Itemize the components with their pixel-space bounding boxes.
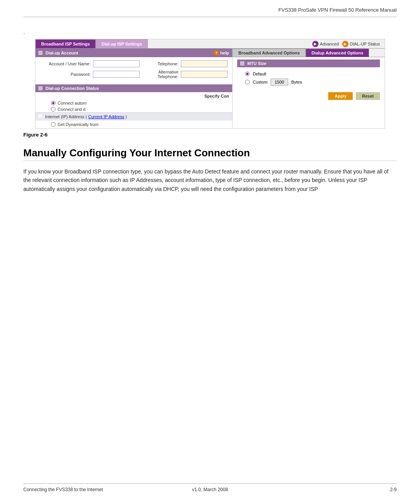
- alt-telephone-label: Alternative Telephone:: [147, 70, 178, 79]
- current-ip-address-link[interactable]: Current IP Address: [88, 114, 124, 119]
- connect-dial-label: Connect and d: [58, 107, 86, 112]
- help-text: help: [220, 51, 229, 55]
- account-username-input[interactable]: [93, 60, 140, 67]
- dialup-account-form: Account / User Name: Telephone: Password…: [35, 57, 232, 84]
- left-panel: Dial-up Account ? help Account / User Na…: [35, 49, 233, 128]
- dialup-status-tab-item[interactable]: ▶ DIAL-UP Status: [342, 41, 380, 47]
- page-title: FVS338 ProSafe VPN Firewall 50 Reference…: [278, 7, 397, 13]
- main-heading: Manually Configuring Your Internet Conne…: [23, 147, 397, 161]
- connect-dial-radio[interactable]: [51, 107, 56, 112]
- connection-icon-area: Dial-up Connection Status: [38, 86, 99, 91]
- page-container: FVS338 ProSafe VPN Firewall 50 Reference…: [0, 0, 420, 504]
- dialup-advanced-tab[interactable]: Dialup Advanced Options: [306, 49, 369, 57]
- figure-caption: Figure 2-6: [23, 132, 397, 138]
- page-footer: Connecting the FVS338 to the Internet v1…: [23, 483, 397, 492]
- password-row: Password: Alternative Telephone:: [40, 70, 228, 79]
- grid-icon-3: [38, 114, 42, 118]
- section-icon-area: Dial-up Account: [38, 51, 78, 55]
- help-circle-icon: ?: [214, 50, 219, 56]
- mtu-default-radio[interactable]: [245, 72, 250, 76]
- ui-content-area: Dial-up Account ? help Account / User Na…: [35, 49, 385, 128]
- mtu-custom-label: Custom: [253, 80, 268, 84]
- get-dynamically-label: Get Dynamically from: [58, 122, 98, 127]
- connect-auto-row: Connect autom: [35, 100, 232, 106]
- get-dynamically-radio[interactable]: [51, 122, 56, 127]
- ip-address-section-header: Internet (IP) Address ( Current IP Addre…: [35, 112, 232, 121]
- mtu-default-label: Default: [253, 72, 266, 76]
- grid-icon: [38, 51, 42, 55]
- dialup-status-circle-icon: ▶: [342, 41, 348, 47]
- bytes-label: Bytes: [291, 80, 302, 84]
- dialup-account-label: Dial-up Account: [46, 51, 78, 55]
- advanced-circle-icon: ▶: [312, 41, 318, 47]
- connect-dial-row: Connect and d: [35, 106, 232, 112]
- period-mark: .: [23, 29, 397, 35]
- mtu-custom-radio[interactable]: [245, 80, 250, 84]
- ui-screenshot: Broadband ISP Settings Dial-up ISP Setti…: [35, 39, 385, 129]
- footer-left-text: Connecting the FVS338 to the Internet: [23, 487, 103, 492]
- connection-options: Specify Con Connect autom Connect and d: [35, 92, 232, 112]
- mtu-custom-row: Custom Bytes: [237, 77, 380, 87]
- mtu-default-row: Default: [237, 70, 380, 77]
- tab-dialup-isp[interactable]: Dial-up ISP Settings: [96, 39, 148, 48]
- help-link[interactable]: ? help: [214, 50, 229, 56]
- alt-telephone-input[interactable]: [181, 71, 228, 78]
- account-username-label: Account / User Name:: [40, 61, 91, 66]
- tab-broadband-isp[interactable]: Broadband ISP Settings: [35, 39, 96, 48]
- password-label: Password:: [40, 72, 91, 77]
- ui-tab-bar: Broadband ISP Settings Dial-up ISP Setti…: [35, 39, 385, 49]
- page-header: FVS338 ProSafe VPN Firewall 50 Reference…: [23, 0, 397, 17]
- footer-right-text: 2-9: [390, 487, 397, 492]
- account-username-row: Account / User Name: Telephone:: [40, 60, 228, 67]
- mtu-header: MTU Size: [237, 60, 380, 67]
- action-button-row: Apply Reset: [233, 89, 385, 103]
- connection-status-section-header: Dial-up Connection Status: [35, 84, 232, 92]
- connect-auto-radio[interactable]: [51, 101, 56, 105]
- ip-section-prefix: Internet (IP) Address (: [45, 114, 87, 119]
- connection-status-label: Dial-up Connection Status: [46, 86, 99, 91]
- body-paragraph: If you know your Broadband ISP connectio…: [23, 167, 397, 193]
- apply-button[interactable]: Apply: [328, 92, 353, 100]
- telephone-label: Telephone:: [147, 61, 178, 66]
- connect-auto-label: Connect autom: [58, 101, 87, 105]
- reset-button[interactable]: Reset: [356, 92, 380, 100]
- advanced-options-tabs: Broadband Advanced Options Dialup Advanc…: [233, 49, 385, 57]
- right-tab-area: ▶ Advanced ▶ DIAL-UP Status: [312, 41, 385, 47]
- password-input[interactable]: [93, 71, 140, 78]
- grid-icon-4: [240, 61, 244, 65]
- mtu-value-input[interactable]: [271, 79, 288, 86]
- broadband-advanced-tab[interactable]: Broadband Advanced Options: [233, 49, 306, 57]
- advanced-tab-label: Advanced: [320, 42, 339, 46]
- dialup-status-tab-label: DIAL-UP Status: [350, 42, 380, 46]
- specify-con-label: Specify Con: [35, 92, 232, 100]
- telephone-input[interactable]: [181, 60, 228, 67]
- advanced-tab-item[interactable]: ▶ Advanced: [312, 41, 339, 47]
- footer-center-text: v1.0, March 2008: [192, 487, 228, 492]
- dialup-account-section-header: Dial-up Account ? help: [35, 49, 232, 57]
- mtu-section: MTU Size Default Custom Bytes: [233, 57, 385, 89]
- right-panel: Broadband Advanced Options Dialup Advanc…: [233, 49, 385, 128]
- mtu-header-label: MTU Size: [247, 61, 266, 66]
- grid-icon-2: [38, 86, 42, 90]
- ip-section-suffix: ): [126, 114, 127, 119]
- get-dynamically-row: Get Dynamically from: [35, 121, 232, 128]
